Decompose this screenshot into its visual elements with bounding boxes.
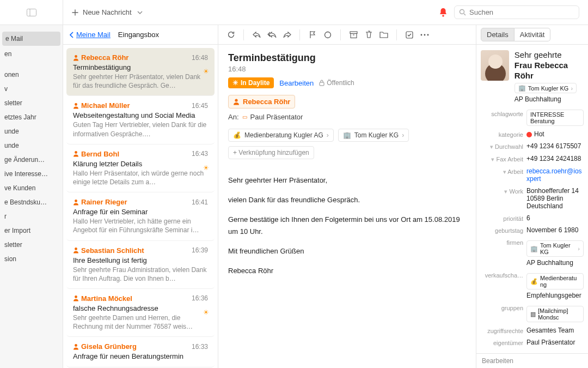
daylite-flag-icon: ☀ [203,309,209,316]
archive-icon[interactable] [346,28,360,42]
svg-point-5 [75,55,77,58]
value-geburtstag: November 6 1980 [526,226,584,234]
back-label: Meine Mail [76,31,111,39]
label-owner: eigentümer [481,339,523,346]
inspector-edit-button[interactable]: Bearbeiten [476,353,588,368]
contact-role: AP Buchhaltung [514,95,584,103]
message-time: 16:48 [192,54,208,62]
message-item[interactable]: Rebecca Röhr 16:48 Terminbestätigung Seh… [66,48,215,96]
plus-icon [72,9,78,16]
topbar-compose-area: Neue Nachricht [63,8,151,16]
new-message-button[interactable]: Neue Nachricht [72,8,132,16]
message-item[interactable]: Bernd Bohl 16:43 Klärung letzter Details… [66,144,215,192]
sidebar-item[interactable]: sletter [0,96,63,110]
reply-all-icon[interactable] [265,28,279,42]
notification-bell-icon[interactable] [439,8,448,17]
value-owner: Paul Präsentator [526,339,584,346]
task-checkbox-icon[interactable] [402,28,416,42]
message-item[interactable]: Sebastian Schlicht 16:39 Ihre Bestellung… [66,241,215,289]
link-chip[interactable]: 🏢Tom Kugler KG› [338,129,409,142]
new-message-label: Neue Nachricht [83,8,132,16]
message-subject: Klärung letzter Details [73,160,208,168]
sidebar-item[interactable]: ive Interesse… [0,167,63,181]
sidebar-item[interactable]: sletter [0,238,63,252]
more-icon[interactable] [418,28,432,42]
trash-icon[interactable] [362,28,376,42]
reply-icon[interactable] [249,28,264,42]
inspector-body: Sehr geehrte Frau Rebecca Röhr 🏢 Tom Kug… [476,45,588,353]
flag-icon[interactable] [305,28,320,42]
svg-point-9 [75,248,77,250]
message-sender: Martina Möckel [81,294,132,303]
svg-rect-0 [27,9,36,16]
svg-point-8 [75,200,77,202]
label-work: ▾ Work [481,187,523,195]
move-to-folder-icon[interactable] [377,28,391,42]
sidebar-toggle-icon[interactable] [27,9,36,16]
email-paragraph: Gerne bestätige ich Ihnen den Folgetermi… [228,214,466,238]
message-item[interactable]: Rainer Rieger 16:41 Anfrage für ein Semi… [66,192,215,240]
sidebar-item[interactable]: ve Kunden [0,181,63,195]
sidebar-item[interactable]: e Mail [2,32,60,46]
message-item[interactable]: Martina Möckel 16:36 falsche Rechnungsad… [66,289,215,337]
value-fax[interactable]: +49 1234 2424188 [526,155,584,162]
svg-rect-20 [320,82,324,86]
edit-link[interactable]: Bearbeiten [279,79,314,87]
firmen-chip[interactable]: 🏢Tom Kugler KG› [526,240,584,257]
back-link[interactable]: Meine Mail [70,31,111,39]
message-preview: Hallo Herr Vertriebler, ich hätte gerne … [73,217,208,234]
gruppen-chip[interactable]: ▥[Mailchimp] Mondsc [526,306,584,322]
tag-interesse[interactable]: INTERESSE Beratung [526,110,584,126]
value-arbeit-email[interactable]: rebecca.roehr@iosxpert [526,167,584,183]
message-item[interactable]: Michael Müller 16:45 Webseitengestaltung… [66,96,215,144]
lock-icon [319,80,324,86]
sidebar-item[interactable]: etztes Jahr [0,110,63,124]
sidebar-item[interactable]: sion [0,252,63,266]
new-message-dropdown[interactable] [137,10,143,15]
link-chip[interactable]: 💰Medienberatung Kugler AG› [228,129,334,142]
message-time: 16:39 [192,246,208,254]
verkaufs-chip[interactable]: 💰Medienberatung [526,273,584,289]
daylite-badge: ☀ In Daylite [228,77,274,88]
message-list[interactable]: Rebecca Röhr 16:48 Terminbestätigung Seh… [63,45,218,368]
value-durchwahl[interactable]: +49 1234 6175507 [526,142,584,150]
svg-point-18 [424,34,426,35]
sidebar-item[interactable]: e Bestndsku… [0,195,63,209]
sidebar-item[interactable]: v [0,82,63,96]
sidebar-item[interactable]: r [0,209,63,224]
sidebar-item[interactable]: ge Änderun… [0,153,63,167]
refresh-icon[interactable] [224,28,238,42]
message-time: 16:43 [192,150,208,158]
company-chip[interactable]: 🏢 Tom Kugler KG › [514,83,577,93]
message-sender: Gisela Grünberg [81,342,137,351]
label-geburtstag: geburtstag [481,226,523,234]
search-input[interactable] [469,8,574,16]
message-item[interactable]: Gisela Grünberg 16:33 Anfrage für neuen … [66,337,215,367]
person-icon: Michael Müller [73,101,130,110]
message-preview: Sehr geehrte Frau Administration, vielen… [73,266,208,283]
sidebar-item[interactable]: en [0,47,63,61]
email-time: 16:48 [228,65,466,73]
search-field[interactable] [454,5,579,19]
add-link-chip[interactable]: + Verknüpfung hinzufügen [228,146,314,159]
sidebar-item[interactable]: unde [0,124,63,138]
mark-unread-icon[interactable] [321,28,335,42]
sender-name: Rebecca Röhr [243,98,290,106]
label-kategorie: kategorie [481,130,523,138]
label-schlagworte: schlagworte [481,110,523,117]
recipient-row: An: ▭ Paul Präsentator [228,113,466,121]
value-work-address: Bonhoefferufer 14 10589 Berlin Deutschla… [526,187,584,210]
group-icon: ▥ [530,311,536,318]
tab-activity[interactable]: Aktivität [514,28,551,41]
sidebar-item[interactable]: unde [0,138,63,153]
sidebar-item[interactable] [0,61,63,68]
tab-details[interactable]: Details [481,28,514,41]
label-arbeit: ▾ Arbeit [481,167,523,176]
sender-chip[interactable]: Rebecca Röhr [228,95,295,108]
message-sender: Rebecca Röhr [81,53,128,62]
value-zugriffsrechte: Gesamtes Team [526,327,584,334]
sidebar-item[interactable]: onen [0,68,63,82]
inspector-column: Details Aktivität Sehr geehrte Frau Rebe… [476,25,588,368]
forward-icon[interactable] [280,28,294,42]
sidebar-item[interactable]: er Import [0,224,63,238]
